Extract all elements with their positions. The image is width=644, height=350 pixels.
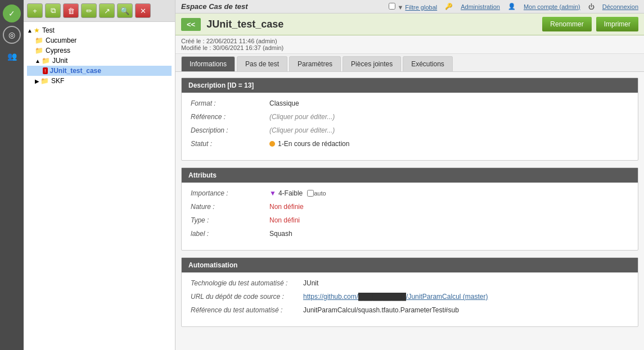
add-button[interactable]: + [27, 3, 43, 18]
header-actions: Renommer Imprimer [542, 17, 638, 31]
reference-value[interactable]: (Cliquer pour éditer...) [269, 113, 335, 121]
logout-link[interactable]: Déconnexion [602, 3, 638, 10]
folder-icon-skf: 📁 [40, 77, 49, 85]
label-label: label : [191, 230, 269, 238]
move-button[interactable]: ↗ [99, 3, 115, 18]
top-bar-right: ▼ Filtre global 🔑 Administration 👤 Mon c… [389, 3, 638, 11]
key-icon: 🔑 [445, 3, 453, 10]
tree-label-cypress: Cypress [46, 47, 70, 54]
expand-icon: ▲ [27, 28, 33, 34]
format-row: Format : Classique [191, 99, 629, 107]
statut-row: Statut : 1-En cours de rédaction [191, 140, 629, 148]
auto-checkbox[interactable] [307, 190, 314, 197]
tabs-bar: Informations Pas de test Paramètres Pièc… [175, 54, 644, 72]
delete-button[interactable]: 🗑 [63, 3, 79, 18]
ref-auto-value: JunitParamCalcul/squash.tfauto.Parameter… [303, 306, 459, 314]
folder-icon-junit: 📁 [42, 57, 50, 65]
importance-icon: ▼ [269, 189, 276, 197]
folder-icon-cypress: 📁 [35, 47, 43, 54]
tab-pas-de-test[interactable]: Pas de test [237, 56, 287, 71]
sidebar-icon-people[interactable]: 👥 [3, 47, 21, 65]
tree-item-skf[interactable]: ▶ 📁 SKF [27, 76, 172, 86]
statut-dot [269, 141, 275, 147]
tree-label-cucumber: Cucumber [46, 37, 76, 44]
tree-label-test: Test [42, 26, 55, 34]
format-value: Classique [269, 99, 299, 107]
nature-row: Nature : Non définie [191, 203, 629, 211]
label-value: Squash [269, 230, 292, 238]
filter-icon: ▼ [397, 4, 403, 11]
reference-label: Référence : [191, 113, 269, 121]
tree-toolbar: + ⧉ 🗑 ✏ ↗ 🔍 ✕ [24, 0, 175, 22]
tab-informations[interactable]: Informations [181, 56, 235, 71]
type-value: Non défini [269, 216, 300, 224]
automatisation-section: Automatisation Technologie du test autom… [181, 257, 638, 327]
search-button[interactable]: 🔍 [117, 3, 133, 18]
nature-value: Non définie [269, 203, 304, 211]
techno-value: JUnit [303, 279, 318, 287]
person-icon: 👤 [508, 3, 516, 10]
importance-label: Importance : [191, 189, 269, 197]
description-section: Description [ID = 13] Format : Classique… [181, 78, 638, 161]
rename-button[interactable]: Renommer [542, 17, 591, 31]
account-link[interactable]: Mon compte (admin) [524, 3, 580, 10]
url-label: URL du dépôt de code source : [191, 293, 303, 301]
techno-row: Technologie du test automatisé : JUnit [191, 279, 629, 287]
type-row: Type : Non défini [191, 216, 629, 224]
print-button[interactable]: Imprimer [596, 17, 638, 31]
remove-button[interactable]: ✕ [135, 3, 151, 18]
description-header: Description [ID = 13] [182, 78, 638, 93]
sidebar-icon-circle[interactable]: ◎ [3, 26, 21, 44]
tree-content: ▲ ★ Test 📁 Cucumber 📁 Cypress ▲ 📁 JUnit … [24, 22, 175, 350]
attributs-header: Attributs [182, 168, 638, 183]
description-value[interactable]: (Cliquer pour éditer...) [269, 126, 335, 134]
tree-item-cucumber[interactable]: 📁 Cucumber [27, 35, 172, 46]
copy-button[interactable]: ⧉ [45, 3, 61, 18]
back-button[interactable]: << [181, 18, 201, 31]
reference-row: Référence : (Cliquer pour éditer...) [191, 113, 629, 121]
top-bar: Espace Cas de test ▼ Filtre global 🔑 Adm… [175, 0, 644, 13]
sidebar-icon-check[interactable]: ✓ [3, 4, 21, 22]
importance-value: 4-Faible [278, 189, 303, 197]
automatisation-header: Automatisation [182, 258, 638, 272]
filtre-global-link[interactable]: Filtre global [405, 4, 437, 11]
nature-label: Nature : [191, 203, 269, 211]
tree-item-cypress[interactable]: 📁 Cypress [27, 46, 172, 56]
content-header: << JUnit_test_case Renommer Imprimer [175, 13, 644, 35]
statut-label: Statut : [191, 140, 269, 148]
tab-parametres[interactable]: Paramètres [289, 56, 341, 71]
tree-item-junit[interactable]: ▲ 📁 JUnit [27, 56, 172, 66]
power-icon: ⏻ [588, 3, 595, 10]
tab-executions[interactable]: Exécutions [403, 56, 453, 71]
techno-label: Technologie du test automatisé : [191, 279, 303, 287]
folder-icon-cucumber: 📁 [35, 37, 43, 44]
tree-label-junit-test-case: JUnit_test_case [50, 67, 101, 75]
ref-auto-row: Référence du test automatisé : JunitPara… [191, 306, 629, 314]
tab-pieces-jointes[interactable]: Pièces jointes [343, 56, 401, 71]
content-area: Description [ID = 13] Format : Classique… [175, 72, 644, 350]
tree-item-junit-test-case[interactable]: ! JUnit_test_case [27, 66, 172, 76]
case-title: JUnit_test_case [206, 19, 283, 30]
administration-link[interactable]: Administration [461, 3, 500, 10]
description-row: Description : (Cliquer pour éditer...) [191, 126, 629, 134]
modified-info: Modifié le : 30/06/2021 16:37 (admin) [181, 44, 638, 51]
auto-label: auto [314, 190, 326, 197]
app-title: Espace Cas de test [181, 2, 248, 11]
url-value[interactable]: https://github.com/██████████/JunitParam… [303, 293, 488, 301]
format-label: Format : [191, 99, 269, 107]
attributs-section: Attributs Importance : ▼ 4-Faible auto N… [181, 167, 638, 251]
statut-value: 1-En cours de rédaction [278, 140, 349, 148]
tree-item-test[interactable]: ▲ ★ Test [27, 25, 172, 35]
importance-row: Importance : ▼ 4-Faible auto [191, 189, 629, 197]
ref-auto-label: Référence du test automatisé : [191, 306, 303, 314]
main-content: Espace Cas de test ▼ Filtre global 🔑 Adm… [175, 0, 644, 350]
filter-checkbox[interactable] [389, 3, 395, 10]
warning-icon: ! [43, 67, 48, 74]
description-body: Format : Classique Référence : (Cliquer … [182, 93, 638, 160]
expand-icon-junit: ▲ [35, 58, 40, 64]
top-bar-left: Espace Cas de test [181, 2, 248, 11]
edit-button[interactable]: ✏ [81, 3, 97, 18]
tree-label-junit: JUnit [52, 57, 67, 65]
type-label: Type : [191, 216, 269, 224]
expand-icon-skf: ▶ [35, 78, 39, 84]
